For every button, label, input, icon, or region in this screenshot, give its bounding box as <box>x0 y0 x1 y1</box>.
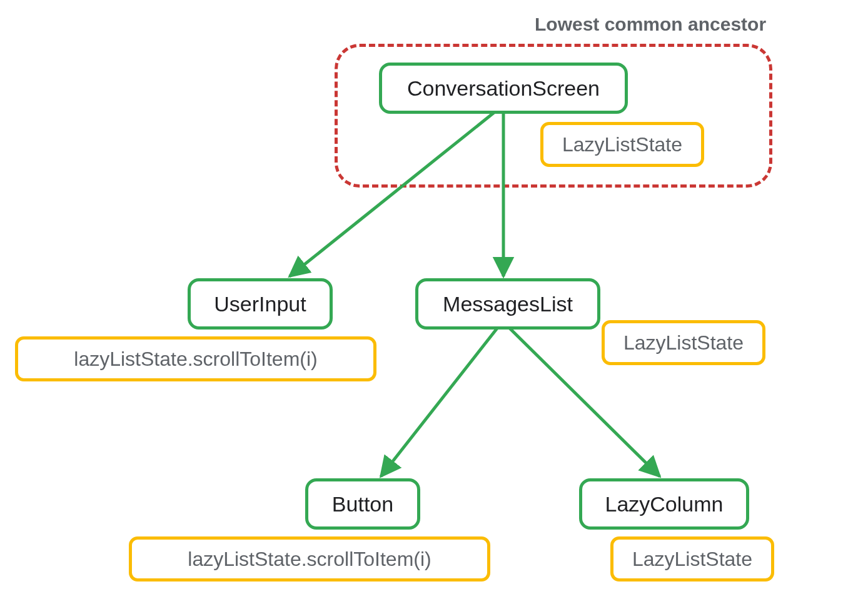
svg-line-2 <box>381 328 497 476</box>
node-conversation-screen: ConversationScreen <box>379 63 628 114</box>
tag-root-lazyliststate: LazyListState <box>540 122 704 167</box>
tag-user-input-call: lazyListState.scrollToItem(i) <box>15 336 376 381</box>
tag-messages-lazyliststate: LazyListState <box>602 320 765 365</box>
node-messages-list: MessagesList <box>415 278 600 330</box>
lowest-common-ancestor-label: Lowest common ancestor <box>535 14 766 35</box>
node-button: Button <box>305 478 420 530</box>
node-user-input: UserInput <box>188 278 333 330</box>
node-lazy-column: LazyColumn <box>579 478 749 530</box>
tag-button-call: lazyListState.scrollToItem(i) <box>129 536 490 581</box>
tag-lazy-column-state: LazyListState <box>610 536 774 581</box>
